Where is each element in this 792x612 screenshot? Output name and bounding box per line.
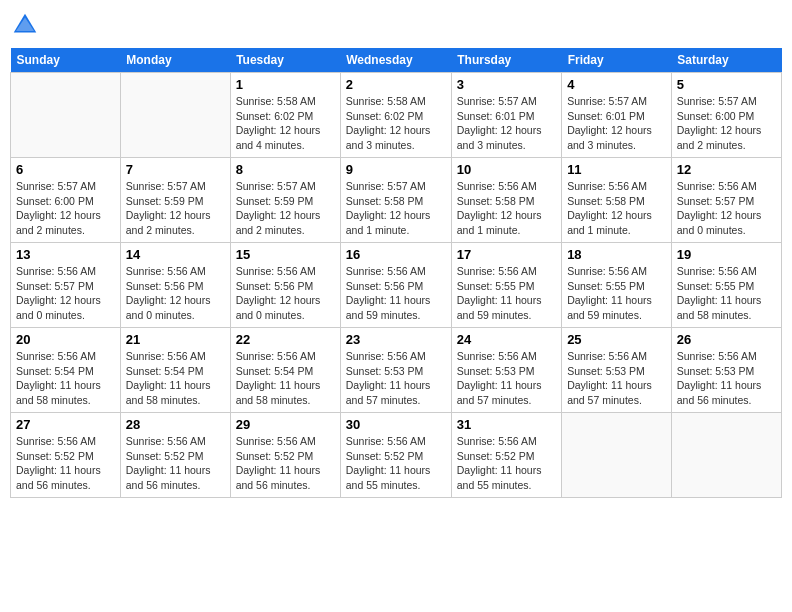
calendar-cell: 13Sunrise: 5:56 AM Sunset: 5:57 PM Dayli… [11, 243, 121, 328]
calendar-cell: 22Sunrise: 5:56 AM Sunset: 5:54 PM Dayli… [230, 328, 340, 413]
week-row-3: 13Sunrise: 5:56 AM Sunset: 5:57 PM Dayli… [11, 243, 782, 328]
day-info: Sunrise: 5:57 AM Sunset: 5:59 PM Dayligh… [126, 179, 225, 238]
calendar-cell: 29Sunrise: 5:56 AM Sunset: 5:52 PM Dayli… [230, 413, 340, 498]
calendar-cell: 24Sunrise: 5:56 AM Sunset: 5:53 PM Dayli… [451, 328, 561, 413]
day-number: 7 [126, 162, 225, 177]
calendar-table: SundayMondayTuesdayWednesdayThursdayFrid… [10, 48, 782, 498]
day-info: Sunrise: 5:58 AM Sunset: 6:02 PM Dayligh… [236, 94, 335, 153]
day-info: Sunrise: 5:56 AM Sunset: 5:55 PM Dayligh… [457, 264, 556, 323]
day-info: Sunrise: 5:57 AM Sunset: 5:58 PM Dayligh… [346, 179, 446, 238]
day-info: Sunrise: 5:56 AM Sunset: 5:54 PM Dayligh… [236, 349, 335, 408]
calendar-cell: 3Sunrise: 5:57 AM Sunset: 6:01 PM Daylig… [451, 73, 561, 158]
day-number: 25 [567, 332, 666, 347]
calendar-cell: 10Sunrise: 5:56 AM Sunset: 5:58 PM Dayli… [451, 158, 561, 243]
page-header [10, 10, 782, 40]
day-number: 30 [346, 417, 446, 432]
day-number: 1 [236, 77, 335, 92]
day-info: Sunrise: 5:56 AM Sunset: 5:57 PM Dayligh… [677, 179, 776, 238]
weekday-header-wednesday: Wednesday [340, 48, 451, 73]
day-info: Sunrise: 5:56 AM Sunset: 5:57 PM Dayligh… [16, 264, 115, 323]
weekday-header-tuesday: Tuesday [230, 48, 340, 73]
day-info: Sunrise: 5:56 AM Sunset: 5:52 PM Dayligh… [126, 434, 225, 493]
calendar-cell: 4Sunrise: 5:57 AM Sunset: 6:01 PM Daylig… [562, 73, 672, 158]
calendar-cell: 14Sunrise: 5:56 AM Sunset: 5:56 PM Dayli… [120, 243, 230, 328]
calendar-cell [11, 73, 121, 158]
week-row-5: 27Sunrise: 5:56 AM Sunset: 5:52 PM Dayli… [11, 413, 782, 498]
day-info: Sunrise: 5:56 AM Sunset: 5:56 PM Dayligh… [346, 264, 446, 323]
day-info: Sunrise: 5:56 AM Sunset: 5:52 PM Dayligh… [16, 434, 115, 493]
day-info: Sunrise: 5:56 AM Sunset: 5:53 PM Dayligh… [457, 349, 556, 408]
day-number: 5 [677, 77, 776, 92]
calendar-cell: 20Sunrise: 5:56 AM Sunset: 5:54 PM Dayli… [11, 328, 121, 413]
week-row-4: 20Sunrise: 5:56 AM Sunset: 5:54 PM Dayli… [11, 328, 782, 413]
day-info: Sunrise: 5:58 AM Sunset: 6:02 PM Dayligh… [346, 94, 446, 153]
weekday-header-row: SundayMondayTuesdayWednesdayThursdayFrid… [11, 48, 782, 73]
weekday-header-thursday: Thursday [451, 48, 561, 73]
calendar-cell: 12Sunrise: 5:56 AM Sunset: 5:57 PM Dayli… [671, 158, 781, 243]
calendar-cell: 19Sunrise: 5:56 AM Sunset: 5:55 PM Dayli… [671, 243, 781, 328]
calendar-cell [562, 413, 672, 498]
calendar-cell: 6Sunrise: 5:57 AM Sunset: 6:00 PM Daylig… [11, 158, 121, 243]
day-number: 13 [16, 247, 115, 262]
weekday-header-friday: Friday [562, 48, 672, 73]
calendar-cell [120, 73, 230, 158]
day-info: Sunrise: 5:56 AM Sunset: 5:52 PM Dayligh… [346, 434, 446, 493]
day-info: Sunrise: 5:56 AM Sunset: 5:53 PM Dayligh… [677, 349, 776, 408]
day-info: Sunrise: 5:57 AM Sunset: 6:01 PM Dayligh… [567, 94, 666, 153]
logo [10, 10, 44, 40]
day-info: Sunrise: 5:57 AM Sunset: 6:00 PM Dayligh… [677, 94, 776, 153]
day-info: Sunrise: 5:56 AM Sunset: 5:52 PM Dayligh… [236, 434, 335, 493]
day-number: 2 [346, 77, 446, 92]
day-info: Sunrise: 5:56 AM Sunset: 5:58 PM Dayligh… [457, 179, 556, 238]
day-info: Sunrise: 5:56 AM Sunset: 5:54 PM Dayligh… [16, 349, 115, 408]
day-info: Sunrise: 5:56 AM Sunset: 5:55 PM Dayligh… [567, 264, 666, 323]
day-number: 3 [457, 77, 556, 92]
day-number: 31 [457, 417, 556, 432]
calendar-cell: 2Sunrise: 5:58 AM Sunset: 6:02 PM Daylig… [340, 73, 451, 158]
day-number: 21 [126, 332, 225, 347]
day-info: Sunrise: 5:57 AM Sunset: 6:01 PM Dayligh… [457, 94, 556, 153]
day-number: 29 [236, 417, 335, 432]
day-info: Sunrise: 5:57 AM Sunset: 5:59 PM Dayligh… [236, 179, 335, 238]
day-number: 19 [677, 247, 776, 262]
day-info: Sunrise: 5:56 AM Sunset: 5:54 PM Dayligh… [126, 349, 225, 408]
day-number: 20 [16, 332, 115, 347]
calendar-cell [671, 413, 781, 498]
day-number: 11 [567, 162, 666, 177]
calendar-cell: 9Sunrise: 5:57 AM Sunset: 5:58 PM Daylig… [340, 158, 451, 243]
calendar-cell: 7Sunrise: 5:57 AM Sunset: 5:59 PM Daylig… [120, 158, 230, 243]
day-info: Sunrise: 5:56 AM Sunset: 5:56 PM Dayligh… [126, 264, 225, 323]
weekday-header-monday: Monday [120, 48, 230, 73]
calendar-cell: 26Sunrise: 5:56 AM Sunset: 5:53 PM Dayli… [671, 328, 781, 413]
week-row-2: 6Sunrise: 5:57 AM Sunset: 6:00 PM Daylig… [11, 158, 782, 243]
week-row-1: 1Sunrise: 5:58 AM Sunset: 6:02 PM Daylig… [11, 73, 782, 158]
day-number: 26 [677, 332, 776, 347]
calendar-cell: 17Sunrise: 5:56 AM Sunset: 5:55 PM Dayli… [451, 243, 561, 328]
day-number: 6 [16, 162, 115, 177]
day-number: 24 [457, 332, 556, 347]
day-number: 9 [346, 162, 446, 177]
day-number: 18 [567, 247, 666, 262]
day-number: 16 [346, 247, 446, 262]
day-info: Sunrise: 5:56 AM Sunset: 5:52 PM Dayligh… [457, 434, 556, 493]
day-number: 8 [236, 162, 335, 177]
calendar-cell: 8Sunrise: 5:57 AM Sunset: 5:59 PM Daylig… [230, 158, 340, 243]
day-info: Sunrise: 5:56 AM Sunset: 5:53 PM Dayligh… [346, 349, 446, 408]
calendar-cell: 15Sunrise: 5:56 AM Sunset: 5:56 PM Dayli… [230, 243, 340, 328]
calendar-cell: 18Sunrise: 5:56 AM Sunset: 5:55 PM Dayli… [562, 243, 672, 328]
day-number: 27 [16, 417, 115, 432]
day-info: Sunrise: 5:56 AM Sunset: 5:53 PM Dayligh… [567, 349, 666, 408]
calendar-cell: 11Sunrise: 5:56 AM Sunset: 5:58 PM Dayli… [562, 158, 672, 243]
day-number: 15 [236, 247, 335, 262]
day-number: 10 [457, 162, 556, 177]
day-number: 28 [126, 417, 225, 432]
calendar-cell: 16Sunrise: 5:56 AM Sunset: 5:56 PM Dayli… [340, 243, 451, 328]
calendar-cell: 30Sunrise: 5:56 AM Sunset: 5:52 PM Dayli… [340, 413, 451, 498]
day-number: 4 [567, 77, 666, 92]
day-info: Sunrise: 5:56 AM Sunset: 5:55 PM Dayligh… [677, 264, 776, 323]
day-info: Sunrise: 5:56 AM Sunset: 5:58 PM Dayligh… [567, 179, 666, 238]
day-number: 14 [126, 247, 225, 262]
weekday-header-sunday: Sunday [11, 48, 121, 73]
day-number: 17 [457, 247, 556, 262]
day-info: Sunrise: 5:57 AM Sunset: 6:00 PM Dayligh… [16, 179, 115, 238]
